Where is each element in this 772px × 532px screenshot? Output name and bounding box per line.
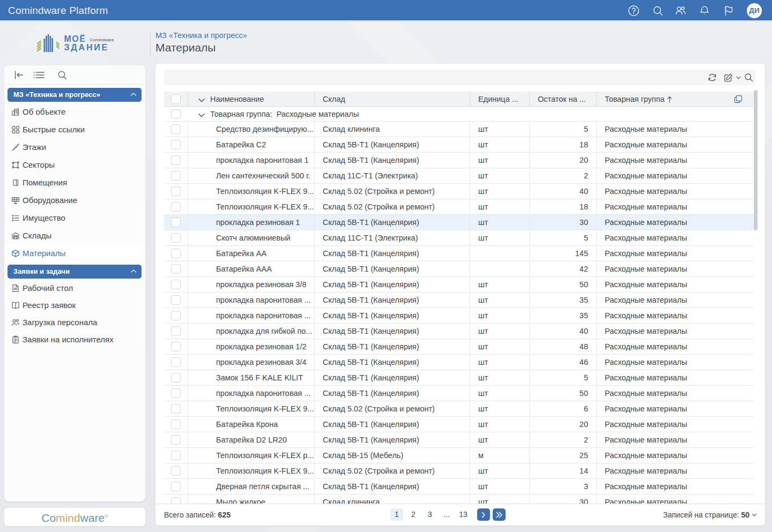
svg-text:МОЁ: МОЁ — [64, 34, 86, 43]
svg-text:ЗДАНИЕ: ЗДАНИЕ — [64, 43, 109, 52]
svg-text:Comindware: Comindware — [90, 38, 114, 42]
